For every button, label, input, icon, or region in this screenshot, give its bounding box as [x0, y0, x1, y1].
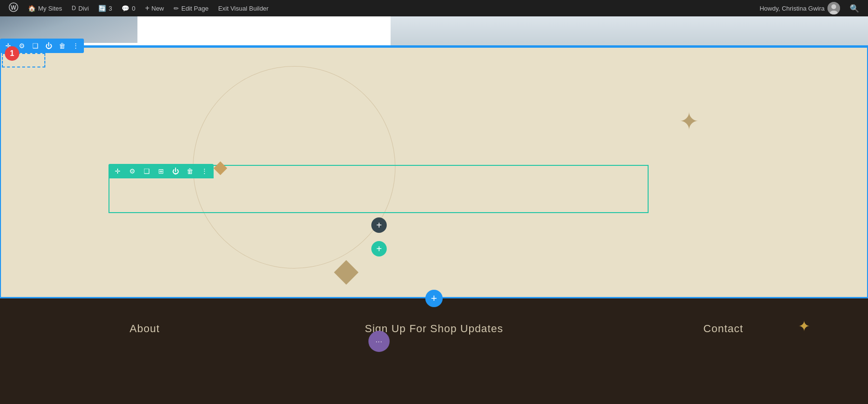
admin-bar-right: Howdy, Christina Gwira 🔍 — [756, 2, 863, 14]
new-menu[interactable]: + New — [141, 0, 168, 16]
footer-deco-star: ✦ — [798, 318, 810, 335]
exit-builder-btn[interactable]: Exit Visual Builder — [214, 0, 272, 16]
delete-module-btn[interactable]: 🗑 — [185, 166, 195, 176]
svg-point-3 — [831, 4, 836, 9]
search-icon[interactable]: 🔍 — [846, 4, 863, 13]
purple-floating-btn[interactable]: ··· — [368, 331, 390, 352]
updates-menu[interactable]: 🔄 3 — [95, 0, 116, 16]
my-sites-menu[interactable]: 🏠 My Sites — [24, 0, 66, 16]
footer-section: About Sign Up For Shop Updates Contact — [0, 298, 868, 404]
add-row-btn-teal[interactable]: + — [371, 241, 387, 256]
more-row-btn[interactable]: ⋮ — [70, 40, 81, 51]
deco-diamond — [334, 260, 359, 285]
footer-col-contact: Contact — [579, 323, 868, 335]
grid-module-btn[interactable]: ⊞ — [156, 166, 166, 176]
comments-icon: 💬 — [122, 5, 129, 12]
disable-module-btn[interactable]: ⏻ — [170, 166, 181, 176]
move-module-btn[interactable]: ✛ — [112, 166, 123, 176]
settings-module-btn[interactable]: ⚙ — [127, 166, 137, 176]
admin-bar: W 🏠 My Sites D Divi 🔄 3 💬 0 + New ✏ Edit… — [0, 0, 868, 16]
divi-icon: D — [72, 5, 76, 12]
updates-icon: 🔄 — [98, 5, 106, 12]
edit-icon: ✏ — [174, 5, 179, 12]
home-icon: 🏠 — [28, 5, 36, 12]
deco-star-top-right: ✦ — [679, 109, 699, 134]
user-menu[interactable]: Howdy, Christina Gwira — [756, 2, 844, 14]
disable-row-btn[interactable]: ⏻ — [43, 40, 54, 51]
comments-menu[interactable]: 💬 0 — [118, 0, 139, 16]
plus-icon: + — [145, 4, 149, 13]
add-section-btn[interactable]: + — [425, 290, 443, 307]
wordpress-icon: W — [9, 2, 18, 14]
clone-module-btn[interactable]: ❑ — [141, 166, 152, 176]
footer-col-about: About — [0, 323, 289, 335]
footer-about-link[interactable]: About — [130, 323, 160, 335]
footer-contact-link[interactable]: Contact — [704, 323, 744, 335]
add-module-btn-dark[interactable]: + — [371, 217, 387, 233]
more-module-btn[interactable]: ⋮ — [199, 166, 210, 176]
section-badge: 1 — [5, 46, 19, 61]
delete-row-btn[interactable]: 🗑 — [57, 40, 68, 51]
svg-text:W: W — [11, 4, 16, 11]
clone-row-btn[interactable]: ❑ — [30, 40, 41, 51]
divi-menu[interactable]: D Divi — [68, 0, 93, 16]
wp-logo[interactable]: W — [5, 0, 22, 16]
module-toolbar: ✛ ⚙ ❑ ⊞ ⏻ 🗑 ⋮ — [108, 164, 214, 178]
edit-page-btn[interactable]: ✏ Edit Page — [170, 0, 212, 16]
footer-col-signup: Sign Up For Shop Updates — [289, 323, 579, 335]
avatar — [827, 2, 840, 14]
page-content: ✛ ⚙ ❑ ⏻ 🗑 ⋮ 1 ✦ ✛ ⚙ ❑ ⊞ ⏻ 🗑 ⋮ — [0, 16, 868, 404]
main-section: ✦ ✛ ⚙ ❑ ⊞ ⏻ 🗑 ⋮ + + — [0, 47, 868, 298]
